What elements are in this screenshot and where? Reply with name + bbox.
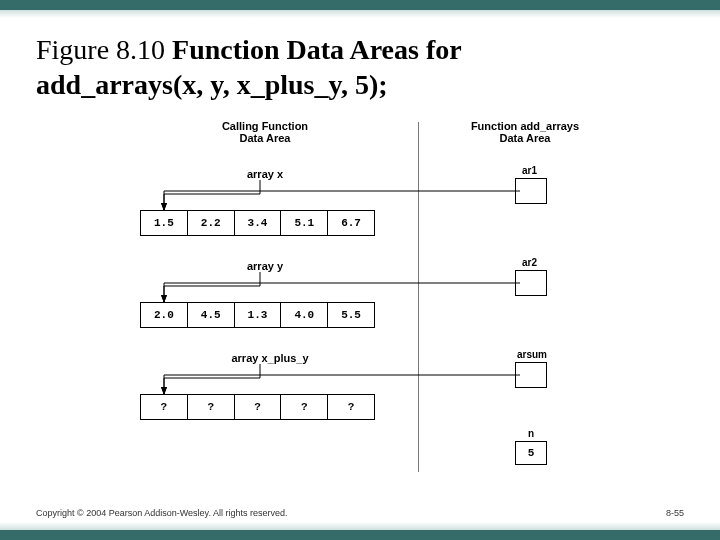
copyright-text: Copyright © 2004 Pearson Addison-Wesley.…	[36, 508, 287, 518]
slide-title: Figure 8.10 Function Data Areas for add_…	[36, 32, 690, 102]
figure-title: Function Data Areas for	[172, 34, 462, 65]
slide: Figure 8.10 Function Data Areas for add_…	[0, 0, 720, 540]
arrows-svg	[110, 120, 610, 490]
figure-call: add_arrays(x, y, x_plus_y, 5);	[36, 69, 388, 100]
figure-number: Figure 8.10	[36, 34, 172, 65]
figure-diagram: Calling Function Data Area Function add_…	[110, 120, 610, 490]
page-number: 8-55	[666, 508, 684, 518]
